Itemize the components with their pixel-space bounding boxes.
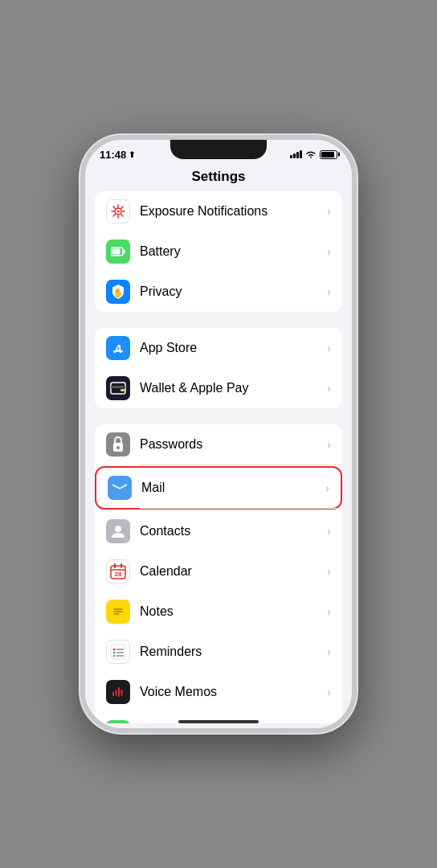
chevron-wallet: › <box>327 382 331 395</box>
notch <box>170 140 267 159</box>
svg-line-6 <box>113 207 116 209</box>
contacts-label: Contacts <box>140 524 327 538</box>
chevron-contacts: › <box>327 525 331 538</box>
chevron-passwords: › <box>327 438 331 451</box>
privacy-icon: ✋ <box>106 280 130 304</box>
battery-icon <box>320 150 337 159</box>
settings-item-mail[interactable]: Mail › <box>95 466 342 510</box>
svg-point-35 <box>113 655 116 657</box>
chevron-mail: › <box>325 481 329 494</box>
passwords-label: Passwords <box>140 437 327 452</box>
contacts-icon <box>106 519 130 543</box>
settings-item-calendar[interactable]: 28 Calendar › <box>95 551 342 592</box>
signal-bars <box>290 150 302 158</box>
phone-icon <box>106 720 130 723</box>
privacy-label: Privacy <box>140 285 327 299</box>
signal-bar-4 <box>300 150 302 158</box>
settings-group-1: Exposure Notifications › Battery › <box>95 191 342 312</box>
svg-line-8 <box>121 207 124 209</box>
wallet-label: Wallet & Apple Pay <box>140 381 327 395</box>
svg-rect-32 <box>111 645 125 659</box>
chevron-notes: › <box>327 605 331 618</box>
settings-item-wallet[interactable]: Wallet & Apple Pay › <box>95 368 342 408</box>
settings-item-notes[interactable]: Notes › <box>95 592 342 632</box>
settings-item-exposure-notifications[interactable]: Exposure Notifications › <box>95 191 342 231</box>
svg-text:A: A <box>113 342 122 355</box>
chevron-calendar: › <box>327 565 331 578</box>
nav-bar: Settings <box>85 166 352 191</box>
mail-label: Mail <box>141 481 325 495</box>
app-store-label: App Store <box>140 341 327 355</box>
svg-rect-17 <box>111 386 125 388</box>
home-indicator <box>178 720 259 723</box>
reminders-icon <box>106 640 130 664</box>
wifi-icon <box>305 150 317 158</box>
settings-item-passwords[interactable]: Passwords › <box>95 424 342 465</box>
svg-line-9 <box>113 215 116 217</box>
wallet-icon <box>106 376 130 400</box>
notes-icon <box>106 600 130 624</box>
status-time: 11:48 ⬆ <box>100 149 135 161</box>
svg-point-20 <box>116 446 120 449</box>
status-icons <box>290 150 337 159</box>
svg-rect-41 <box>116 690 117 696</box>
svg-rect-43 <box>121 690 123 696</box>
calendar-icon: 28 <box>106 559 130 583</box>
location-icon: ⬆ <box>129 150 135 159</box>
battery-fill <box>321 152 334 158</box>
exposure-notifications-icon <box>106 199 130 223</box>
svg-line-7 <box>121 215 124 217</box>
notes-label: Notes <box>140 604 327 619</box>
app-store-icon: A <box>106 336 130 360</box>
battery-settings-icon <box>106 240 130 264</box>
exposure-notifications-label: Exposure Notifications <box>140 204 327 219</box>
page-title: Settings <box>191 169 245 184</box>
settings-content[interactable]: Exposure Notifications › Battery › <box>85 191 352 723</box>
chevron-battery: › <box>327 245 331 258</box>
voice-memos-label: Voice Memos <box>140 685 327 699</box>
svg-rect-12 <box>112 249 120 255</box>
svg-text:✋: ✋ <box>112 287 124 298</box>
settings-item-battery[interactable]: Battery › <box>95 231 342 272</box>
settings-item-app-store[interactable]: A App Store › <box>95 328 342 368</box>
voice-memos-icon <box>106 680 130 704</box>
phone-frame: 11:48 ⬆ <box>80 135 357 733</box>
signal-bar-1 <box>290 155 292 158</box>
svg-text:28: 28 <box>115 571 122 578</box>
svg-rect-42 <box>118 687 120 697</box>
chevron-reminders: › <box>327 645 331 658</box>
svg-rect-40 <box>112 692 114 696</box>
chevron-app-store: › <box>327 342 331 354</box>
time-display: 11:48 <box>100 149 126 161</box>
reminders-label: Reminders <box>140 645 327 659</box>
settings-group-2: A App Store › Wallet <box>95 328 342 408</box>
signal-bar-3 <box>296 152 299 158</box>
chevron-voice-memos: › <box>327 686 331 698</box>
settings-item-contacts[interactable]: Contacts › <box>95 511 342 551</box>
settings-item-privacy[interactable]: ✋ Privacy › <box>95 272 342 312</box>
settings-group-3: Passwords › Mail › <box>95 424 342 723</box>
settings-item-reminders[interactable]: Reminders › <box>95 632 342 672</box>
svg-point-33 <box>113 649 116 651</box>
signal-bar-2 <box>293 154 296 158</box>
svg-point-34 <box>113 652 116 654</box>
calendar-label: Calendar <box>140 564 327 579</box>
svg-point-1 <box>117 211 120 213</box>
settings-item-voice-memos[interactable]: Voice Memos › <box>95 672 342 712</box>
chevron-exposure: › <box>327 205 331 218</box>
svg-rect-18 <box>120 389 125 391</box>
phone-screen: 11:48 ⬆ <box>85 140 352 728</box>
passwords-icon <box>106 432 130 457</box>
svg-point-22 <box>115 526 121 532</box>
mail-icon <box>108 476 132 500</box>
battery-label: Battery <box>140 244 327 259</box>
svg-rect-11 <box>124 250 125 254</box>
svg-rect-21 <box>112 482 127 493</box>
chevron-privacy: › <box>327 285 331 298</box>
